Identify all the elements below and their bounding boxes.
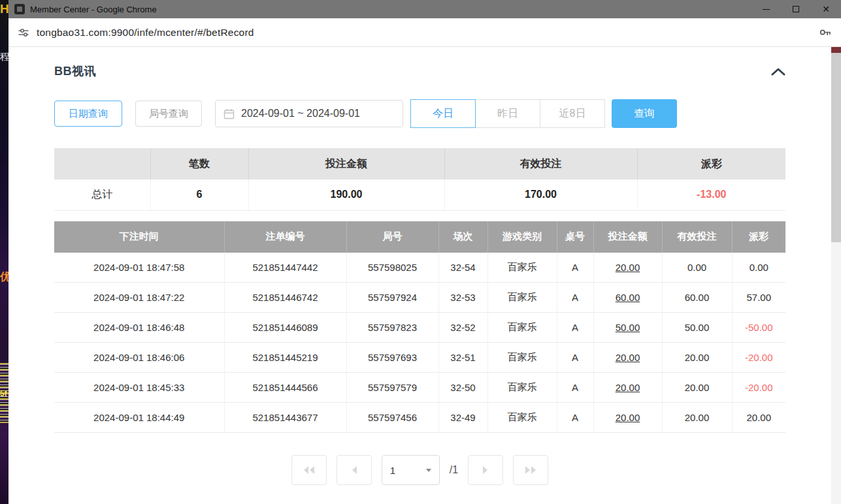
chevron-down-icon — [426, 469, 431, 472]
left-arrow-icon — [350, 465, 358, 475]
session-cell: 32-49 — [438, 403, 487, 433]
session-cell: 32-50 — [438, 373, 487, 403]
round-cell: 557597823 — [346, 313, 438, 343]
column-header-session: 场次 — [438, 221, 487, 253]
table-no-cell: A — [557, 313, 593, 343]
bet-time-cell: 2024-09-01 18:47:58 — [54, 253, 224, 283]
bet-records-table: 下注时间 注单编号 局号 场次 游戏类别 桌号 投注金额 有效投注 派彩 202… — [54, 221, 785, 433]
page-select[interactable]: 1 — [382, 455, 440, 485]
filter-row: 日期查询 局号查询 2024-09-01 ~ 2024-09-01 今日 昨日 … — [54, 99, 785, 128]
bet-amount-link[interactable]: 50.00 — [593, 313, 662, 343]
chevron-up-icon[interactable] — [771, 67, 785, 76]
summary-total-label: 总计 — [54, 180, 150, 210]
scrollbar-thumb[interactable] — [831, 53, 841, 242]
password-key-icon[interactable] — [818, 25, 832, 39]
bet-record-page: BB视讯 日期查询 局号查询 2024-09-01 ~ 2024-09-01 今… — [8, 47, 841, 504]
session-cell: 32-52 — [438, 313, 487, 343]
session-cell: 32-53 — [438, 283, 487, 313]
payout-cell: 0.00 — [732, 253, 785, 283]
next-page-button[interactable] — [468, 455, 503, 485]
session-cell: 32-54 — [438, 253, 487, 283]
game-type-cell: 百家乐 — [487, 283, 557, 313]
close-button[interactable]: ✕ — [811, 0, 841, 18]
calendar-icon — [223, 108, 235, 119]
bet-time-cell: 2024-09-01 18:45:33 — [54, 373, 224, 403]
bet-amount-link[interactable]: 20.00 — [593, 373, 662, 403]
summary-header-row: 笔数 投注金额 有效投注 派彩 — [54, 148, 785, 180]
game-type-cell: 百家乐 — [487, 343, 557, 373]
double-left-arrow-icon — [302, 465, 316, 475]
right-arrow-icon — [482, 465, 489, 475]
column-header-round: 局号 — [346, 221, 438, 253]
summary-header-valid-bet: 有效投注 — [444, 148, 637, 180]
yesterday-button[interactable]: 昨日 — [475, 99, 540, 128]
table-no-cell: A — [557, 253, 593, 283]
column-header-time: 下注时间 — [54, 221, 224, 253]
summary-header-payout: 派彩 — [637, 148, 785, 180]
game-type-cell: 百家乐 — [487, 253, 557, 283]
background-text: 程 — [0, 51, 8, 63]
favicon — [14, 4, 25, 14]
bet-id-cell: 521851446089 — [224, 313, 346, 343]
table-no-cell: A — [557, 343, 593, 373]
round-cell: 557598025 — [346, 253, 438, 283]
session-cell: 32-51 — [438, 343, 487, 373]
bet-amount-link[interactable]: 20.00 — [593, 403, 662, 433]
table-row: 2024-09-01 18:46:48 521851446089 5575978… — [54, 313, 785, 343]
scrollbar-top-fragment — [831, 47, 841, 53]
background-text: H — [0, 2, 8, 16]
summary-bet-amount-value: 190.00 — [248, 180, 444, 210]
site-settings-icon[interactable] — [18, 27, 29, 39]
summary-valid-bet-value: 170.00 — [444, 180, 637, 210]
prev-page-button[interactable] — [337, 455, 372, 485]
round-cell: 557597456 — [346, 403, 438, 433]
summary-count-value: 6 — [150, 180, 248, 210]
table-header-row: 下注时间 注单编号 局号 场次 游戏类别 桌号 投注金额 有效投注 派彩 — [54, 221, 785, 253]
maximize-button[interactable] — [781, 0, 811, 18]
column-header-payout: 派彩 — [732, 221, 785, 253]
url-text[interactable]: tongbao31.com:9900/infe/mcenter/#/betRec… — [37, 27, 254, 39]
close-icon: ✕ — [822, 5, 830, 14]
summary-header-count: 笔数 — [150, 148, 248, 180]
valid-bet-cell: 20.00 — [662, 373, 732, 403]
search-button[interactable]: 查询 — [612, 99, 677, 128]
column-header-game-type: 游戏类别 — [487, 221, 557, 253]
summary-row: 总计 6 190.00 170.00 -13.00 — [54, 180, 785, 210]
date-query-tab[interactable]: 日期查询 — [54, 101, 122, 127]
table-row: 2024-09-01 18:47:22 521851446742 5575979… — [54, 283, 785, 313]
today-button[interactable]: 今日 — [410, 99, 476, 128]
bet-time-cell: 2024-09-01 18:44:49 — [54, 403, 224, 433]
column-header-valid-bet: 有效投注 — [662, 221, 732, 253]
last-8-days-button[interactable]: 近8日 — [540, 99, 605, 128]
valid-bet-cell: 20.00 — [662, 403, 732, 433]
bet-amount-link[interactable]: 20.00 — [593, 343, 662, 373]
column-header-bet-amount: 投注金额 — [593, 221, 662, 253]
table-no-cell: A — [557, 283, 593, 313]
bet-id-cell: 521851446742 — [224, 283, 346, 313]
valid-bet-cell: 60.00 — [662, 283, 732, 313]
column-header-bet-id: 注单编号 — [224, 221, 346, 253]
page-total: /1 — [450, 464, 458, 476]
last-page-button[interactable] — [513, 455, 548, 485]
date-range-picker[interactable]: 2024-09-01 ~ 2024-09-01 — [215, 100, 403, 127]
window-title: Member Center - Google Chrome — [30, 5, 157, 14]
payout-cell: 20.00 — [732, 403, 785, 433]
double-right-arrow-icon — [523, 465, 538, 475]
table-row: 2024-09-01 18:47:58 521851447442 5575980… — [54, 253, 785, 283]
background-text: 5f — [0, 389, 8, 398]
table-no-cell: A — [557, 403, 593, 433]
scrollbar[interactable] — [831, 47, 841, 504]
bet-id-cell: 521851445219 — [224, 343, 346, 373]
background-text: 优 — [0, 270, 8, 284]
minimize-button[interactable] — [751, 0, 781, 18]
table-row: 2024-09-01 18:46:06 521851445219 5575976… — [54, 343, 785, 373]
table-row: 2024-09-01 18:45:33 521851444566 5575975… — [54, 373, 785, 403]
bet-amount-link[interactable]: 20.00 — [593, 253, 662, 283]
round-query-tab[interactable]: 局号查询 — [135, 101, 202, 127]
table-no-cell: A — [557, 373, 593, 403]
game-type-cell: 百家乐 — [487, 403, 557, 433]
bet-amount-link[interactable]: 60.00 — [593, 283, 662, 313]
game-type-cell: 百家乐 — [487, 373, 557, 403]
first-page-button[interactable] — [291, 455, 327, 485]
payout-cell: 57.00 — [732, 283, 785, 313]
